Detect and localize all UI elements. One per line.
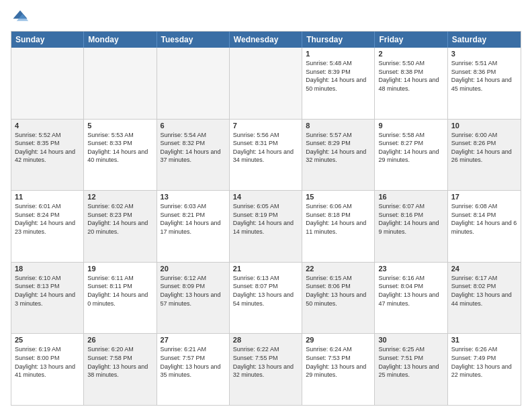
calendar-cell: 29Sunrise: 6:24 AM Sunset: 7:53 PM Dayli… [302,334,375,405]
header [11,8,521,27]
cell-info: Sunrise: 5:48 AM Sunset: 8:39 PM Dayligh… [306,59,371,93]
calendar-cell: 4Sunrise: 5:52 AM Sunset: 8:35 PM Daylig… [11,120,84,191]
day-number: 20 [161,265,226,273]
calendar-cell: 19Sunrise: 6:11 AM Sunset: 8:11 PM Dayli… [84,263,157,334]
cell-info: Sunrise: 6:02 AM Sunset: 8:23 PM Dayligh… [87,202,152,236]
day-number: 18 [15,265,80,273]
calendar-header: SundayMondayTuesdayWednesdayThursdayFrid… [11,32,521,48]
cell-info: Sunrise: 5:50 AM Sunset: 8:38 PM Dayligh… [378,59,443,93]
calendar-row-4: 25Sunrise: 6:19 AM Sunset: 8:00 PM Dayli… [11,333,521,405]
day-number: 12 [87,193,152,201]
cell-info: Sunrise: 6:21 AM Sunset: 7:57 PM Dayligh… [161,345,226,379]
calendar-cell [157,48,230,119]
header-day-thursday: Thursday [302,32,375,48]
calendar-cell: 9Sunrise: 5:58 AM Sunset: 8:27 PM Daylig… [375,120,447,191]
calendar-cell: 6Sunrise: 5:54 AM Sunset: 8:32 PM Daylig… [157,120,230,191]
day-number: 26 [87,336,152,344]
header-day-sunday: Sunday [11,32,84,48]
day-number: 7 [233,122,298,130]
calendar-cell: 12Sunrise: 6:02 AM Sunset: 8:23 PM Dayli… [84,191,157,262]
cell-info: Sunrise: 6:19 AM Sunset: 8:00 PM Dayligh… [15,345,80,379]
calendar-cell: 8Sunrise: 5:57 AM Sunset: 8:29 PM Daylig… [302,120,375,191]
day-number: 23 [378,265,443,273]
day-number: 10 [451,122,517,130]
cell-info: Sunrise: 5:51 AM Sunset: 8:36 PM Dayligh… [451,59,517,93]
day-number: 21 [233,265,298,273]
day-number: 29 [306,336,371,344]
calendar-cell [230,48,302,119]
calendar-cell [84,48,157,119]
calendar-cell: 31Sunrise: 6:26 AM Sunset: 7:49 PM Dayli… [448,334,521,405]
day-number: 19 [87,265,152,273]
cell-info: Sunrise: 6:11 AM Sunset: 8:11 PM Dayligh… [87,274,152,308]
header-day-wednesday: Wednesday [230,32,302,48]
cell-info: Sunrise: 6:01 AM Sunset: 8:24 PM Dayligh… [15,202,80,236]
calendar-cell: 14Sunrise: 6:05 AM Sunset: 8:19 PM Dayli… [230,191,302,262]
cell-info: Sunrise: 6:25 AM Sunset: 7:51 PM Dayligh… [378,345,443,379]
calendar-cell: 5Sunrise: 5:53 AM Sunset: 8:33 PM Daylig… [84,120,157,191]
day-number: 27 [161,336,226,344]
calendar-row-0: 1Sunrise: 5:48 AM Sunset: 8:39 PM Daylig… [11,48,521,119]
cell-info: Sunrise: 6:08 AM Sunset: 8:14 PM Dayligh… [451,202,517,236]
cell-info: Sunrise: 6:24 AM Sunset: 7:53 PM Dayligh… [306,345,371,379]
calendar-cell: 27Sunrise: 6:21 AM Sunset: 7:57 PM Dayli… [157,334,230,405]
header-day-tuesday: Tuesday [157,32,230,48]
calendar-cell: 26Sunrise: 6:20 AM Sunset: 7:58 PM Dayli… [84,334,157,405]
day-number: 4 [15,122,80,130]
calendar-cell: 16Sunrise: 6:07 AM Sunset: 8:16 PM Dayli… [375,191,447,262]
day-number: 30 [378,336,443,344]
cell-info: Sunrise: 6:12 AM Sunset: 8:09 PM Dayligh… [161,274,226,308]
page: SundayMondayTuesdayWednesdayThursdayFrid… [0,0,532,411]
header-day-monday: Monday [84,32,157,48]
logo [11,8,32,27]
day-number: 25 [15,336,80,344]
cell-info: Sunrise: 6:17 AM Sunset: 8:02 PM Dayligh… [451,274,517,308]
calendar-cell [11,48,84,119]
day-number: 5 [87,122,152,130]
calendar-row-3: 18Sunrise: 6:10 AM Sunset: 8:13 PM Dayli… [11,262,521,334]
cell-info: Sunrise: 6:06 AM Sunset: 8:18 PM Dayligh… [306,202,371,236]
day-number: 9 [378,122,443,130]
cell-info: Sunrise: 6:03 AM Sunset: 8:21 PM Dayligh… [161,202,226,236]
cell-info: Sunrise: 5:56 AM Sunset: 8:31 PM Dayligh… [233,131,298,165]
calendar: SundayMondayTuesdayWednesdayThursdayFrid… [11,31,521,406]
cell-info: Sunrise: 6:16 AM Sunset: 8:04 PM Dayligh… [378,274,443,308]
header-day-friday: Friday [375,32,447,48]
calendar-cell: 2Sunrise: 5:50 AM Sunset: 8:38 PM Daylig… [375,48,447,119]
cell-info: Sunrise: 6:10 AM Sunset: 8:13 PM Dayligh… [15,274,80,308]
day-number: 13 [161,193,226,201]
calendar-cell: 24Sunrise: 6:17 AM Sunset: 8:02 PM Dayli… [448,263,521,334]
day-number: 8 [306,122,371,130]
day-number: 3 [451,50,517,58]
calendar-cell: 7Sunrise: 5:56 AM Sunset: 8:31 PM Daylig… [230,120,302,191]
calendar-cell: 11Sunrise: 6:01 AM Sunset: 8:24 PM Dayli… [11,191,84,262]
calendar-cell: 10Sunrise: 6:00 AM Sunset: 8:26 PM Dayli… [448,120,521,191]
cell-info: Sunrise: 5:57 AM Sunset: 8:29 PM Dayligh… [306,131,371,165]
calendar-cell: 1Sunrise: 5:48 AM Sunset: 8:39 PM Daylig… [302,48,375,119]
cell-info: Sunrise: 6:15 AM Sunset: 8:06 PM Dayligh… [306,274,371,308]
day-number: 22 [306,265,371,273]
calendar-cell: 22Sunrise: 6:15 AM Sunset: 8:06 PM Dayli… [302,263,375,334]
calendar-cell: 28Sunrise: 6:22 AM Sunset: 7:55 PM Dayli… [230,334,302,405]
day-number: 31 [451,336,517,344]
calendar-cell: 30Sunrise: 6:25 AM Sunset: 7:51 PM Dayli… [375,334,447,405]
calendar-cell: 15Sunrise: 6:06 AM Sunset: 8:18 PM Dayli… [302,191,375,262]
cell-info: Sunrise: 6:22 AM Sunset: 7:55 PM Dayligh… [233,345,298,379]
day-number: 2 [378,50,443,58]
day-number: 24 [451,265,517,273]
calendar-cell: 17Sunrise: 6:08 AM Sunset: 8:14 PM Dayli… [448,191,521,262]
calendar-cell: 25Sunrise: 6:19 AM Sunset: 8:00 PM Dayli… [11,334,84,405]
cell-info: Sunrise: 5:53 AM Sunset: 8:33 PM Dayligh… [87,131,152,165]
day-number: 6 [161,122,226,130]
day-number: 11 [15,193,80,201]
cell-info: Sunrise: 5:58 AM Sunset: 8:27 PM Dayligh… [378,131,443,165]
calendar-row-1: 4Sunrise: 5:52 AM Sunset: 8:35 PM Daylig… [11,119,521,191]
calendar-cell: 18Sunrise: 6:10 AM Sunset: 8:13 PM Dayli… [11,263,84,334]
cell-info: Sunrise: 6:00 AM Sunset: 8:26 PM Dayligh… [451,131,517,165]
day-number: 1 [306,50,371,58]
day-number: 28 [233,336,298,344]
calendar-cell: 20Sunrise: 6:12 AM Sunset: 8:09 PM Dayli… [157,263,230,334]
day-number: 14 [233,193,298,201]
calendar-row-2: 11Sunrise: 6:01 AM Sunset: 8:24 PM Dayli… [11,190,521,262]
cell-info: Sunrise: 6:26 AM Sunset: 7:49 PM Dayligh… [451,345,517,379]
